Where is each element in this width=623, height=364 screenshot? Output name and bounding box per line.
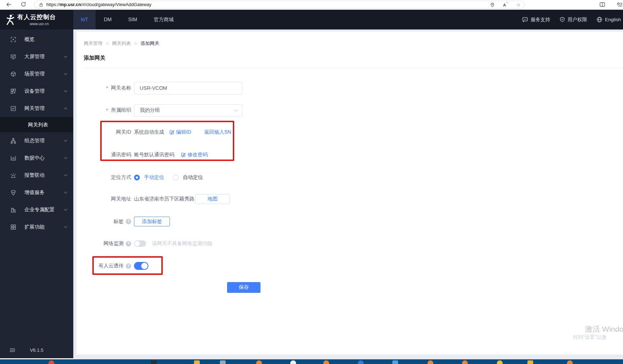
datacenter-icon [10,155,17,161]
taskbar-app-icon[interactable] [462,360,468,364]
taskbar-app-icon[interactable] [358,360,364,364]
sidebar-item-extensions[interactable]: 扩展功能 [0,218,73,236]
taskbar-app-icon[interactable] [428,360,433,364]
browser-toolbar: https://mp.usr.cn/#/cloud/gateway/ViewAd… [0,0,623,10]
radio-auto-location[interactable] [173,175,179,180]
sidebar-item-gateway-mgmt[interactable]: 网关管理 [0,100,73,117]
sidebar-label: 概览 [24,36,67,43]
breadcrumb-gateway-mgmt[interactable]: 网关管理 [84,40,102,47]
browser-refresh-icon[interactable] [20,1,26,7]
sidebar-label: 大屏管理 [24,54,64,60]
favorite-star-icon[interactable]: ☆ [516,3,521,7]
app-title: 有人云控制台 [17,13,56,21]
address-bar[interactable]: https://mp.usr.cn/#/cloud/gateway/ViewAd… [34,1,525,9]
help-icon[interactable] [126,241,131,246]
sidebar-item-scene-mgmt[interactable]: 场景管理 [0,65,73,83]
user-permissions-label: 用户权限 [568,17,587,23]
cloud-passthrough-toggle[interactable] [134,262,148,270]
taskbar-app-icon[interactable] [497,360,503,364]
save-button[interactable]: 保存 [227,282,260,293]
sidebar-label: 增值服务 [24,189,64,196]
sidebar-label: 企业专属配置 [24,207,64,213]
sidebar-item-enterprise-config[interactable]: 企业专属配置 [0,201,73,218]
edit-id-link[interactable]: 编辑ID [169,129,191,135]
network-monitor-label: 网络监测 [84,240,131,247]
taskbar-app-icon[interactable] [290,360,296,364]
sidebar-label: 扩展功能 [24,224,64,230]
taskbar-app-icon[interactable] [527,360,533,364]
edit-pen-icon [169,130,174,135]
tab-sim[interactable]: SIM [120,10,146,29]
toggle-knob [141,263,148,269]
title-divider [84,68,623,68]
taskbar-app-icon[interactable] [49,360,54,364]
browser-back-icon[interactable] [6,1,12,8]
radio-manual-location[interactable] [134,175,140,180]
breadcrumb: 网关管理 > 网关列表 > 添加网关 [84,40,159,47]
gateway-id-value: 系统自动生成 [134,129,164,135]
taskbar-app-icon[interactable] [151,360,157,364]
add-tag-button[interactable]: 添加标签 [134,217,170,226]
chevron-down-icon [64,190,68,193]
return-input-sn-label: 返回输入SN [204,129,231,135]
tab-dm[interactable]: DM [96,10,120,29]
form-row-cloud-passthrough: 有人云透传 [84,259,148,272]
map-button[interactable]: 地图 [195,194,230,204]
split-screen-icon[interactable] [599,1,605,8]
sidebar-item-overview[interactable]: 概览 [0,31,73,48]
form-row-tags: 标签 添加标签 [84,217,170,226]
sidebar-item-screen-mgmt[interactable]: 大屏管理 [0,48,73,65]
form-row-gateway-id: 网关ID 系统自动生成 编辑ID 返回输入SN [84,126,231,139]
app-subtitle: www.usr.cn [17,22,61,26]
sidebar-item-gateway-list[interactable]: 网关列表 [0,117,73,132]
sidebar-item-device-mgmt[interactable]: 设备管理 [0,83,73,100]
help-icon[interactable] [126,219,131,224]
screen-icon [10,54,17,60]
sidebar-item-data-center[interactable]: 数据中心 [0,149,73,167]
service-support[interactable]: 服务支持 [522,17,550,23]
tab-mall[interactable]: 官方商城 [146,10,182,29]
language-switch[interactable]: English [596,17,621,23]
auto-location-label[interactable]: 自动定位 [183,174,203,181]
help-icon[interactable] [126,263,131,269]
network-monitor-toggle[interactable] [134,240,146,247]
form-row-gateway-name: *网关名称 USR-VCOM [84,82,242,95]
taskbar-app-icon[interactable] [323,360,329,364]
taskbar-app-icon[interactable] [567,360,573,364]
app-version: V6.1.5 [0,347,73,353]
taskbar-app-icon[interactable] [220,360,226,364]
required-asterisk: * [106,107,108,113]
taskbar-app-icon[interactable] [194,360,200,364]
chevron-down-icon [64,71,68,75]
sidebar-item-topology-mgmt[interactable]: 组态管理 [0,132,73,149]
sidebar-item-value-added-services[interactable]: 增值服务 [0,184,73,201]
gateway-address-value: 山东省济南市历下区颖秀路 [134,196,194,202]
chevron-down-icon [64,155,68,159]
taskbar[interactable] [0,359,623,364]
favorites-bar-icon[interactable] [617,1,623,8]
gateway-name-input[interactable]: USR-VCOM [134,82,242,95]
organization-value: 我的分组 [140,107,160,114]
read-aloud-icon[interactable]: A⌒ [503,2,508,7]
windows-activation-watermark-line1: 激活 Windo [585,324,623,334]
tab-iot[interactable]: IoT [73,10,96,29]
breadcrumb-current: 添加网关 [140,40,159,47]
chat-icon [522,17,528,23]
organization-select[interactable]: 我的分组 [134,104,242,117]
taskbar-app-icon[interactable] [256,360,262,364]
sidebar-label: 设备管理 [24,88,64,95]
sidebar-item-alarm-linkage[interactable]: 报警联动 [0,167,73,184]
usr-logo-icon [5,14,16,26]
change-password-link[interactable]: 修改密码 [181,152,208,158]
location-pin-icon[interactable] [490,2,495,8]
return-input-sn-link[interactable]: 返回输入SN [204,129,231,135]
sidebar-label: 报警联动 [24,172,64,179]
cloud-passthrough-label: 有人云透传 [84,263,131,269]
organization-label: *所属组织 [84,107,131,114]
taskbar-app-icon[interactable] [392,360,398,364]
breadcrumb-gateway-list[interactable]: 网关列表 [112,40,131,47]
form-row-location-mode: 定位方式 手动定位 自动定位 [84,171,203,184]
user-permissions[interactable]: 用户权限 [559,17,587,23]
manual-location-label[interactable]: 手动定位 [144,174,164,181]
app-logo[interactable]: 有人云控制台 www.usr.cn [0,10,73,29]
